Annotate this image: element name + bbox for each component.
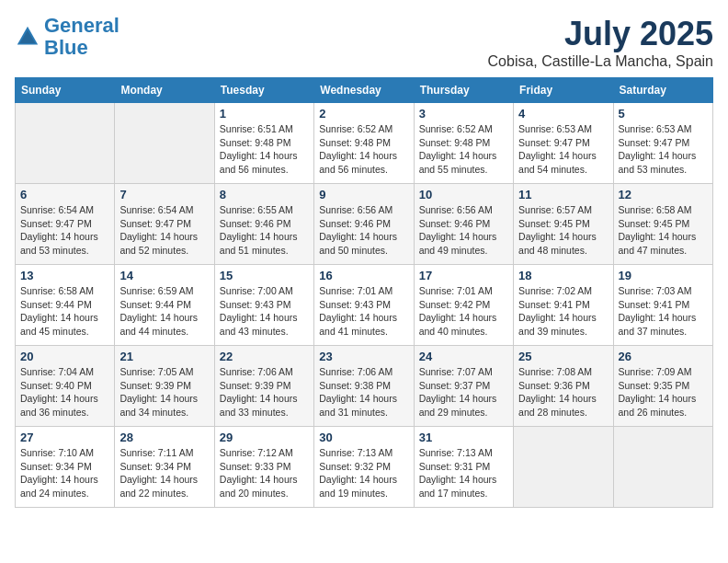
calendar-cell: 22Sunrise: 7:06 AMSunset: 9:39 PMDayligh…	[214, 346, 313, 427]
day-info: Sunrise: 7:00 AMSunset: 9:43 PMDaylight:…	[220, 284, 309, 339]
day-info: Sunrise: 7:04 AMSunset: 9:40 PMDaylight:…	[20, 365, 109, 419]
day-number: 13	[20, 269, 109, 282]
calendar-cell	[514, 427, 613, 508]
day-info: Sunrise: 6:51 AMSunset: 9:48 PMDaylight:…	[220, 122, 309, 177]
calendar-header-thursday: Thursday	[414, 78, 513, 103]
calendar-cell: 20Sunrise: 7:04 AMSunset: 9:40 PMDayligh…	[16, 346, 115, 427]
day-number: 28	[119, 431, 209, 444]
day-number: 3	[419, 107, 508, 121]
calendar-week-3: 13Sunrise: 6:58 AMSunset: 9:44 PMDayligh…	[16, 265, 713, 346]
calendar-table: SundayMondayTuesdayWednesdayThursdayFrid…	[15, 77, 713, 508]
day-number: 6	[20, 188, 109, 201]
day-info: Sunrise: 6:58 AMSunset: 9:45 PMDaylight:…	[619, 203, 708, 258]
calendar-cell	[613, 427, 712, 508]
calendar-cell: 2Sunrise: 6:52 AMSunset: 9:48 PMDaylight…	[314, 103, 414, 184]
calendar-week-5: 27Sunrise: 7:10 AMSunset: 9:34 PMDayligh…	[16, 427, 713, 508]
day-info: Sunrise: 7:08 AMSunset: 9:36 PMDaylight:…	[518, 365, 608, 419]
day-number: 15	[220, 269, 309, 282]
calendar-cell: 21Sunrise: 7:05 AMSunset: 9:39 PMDayligh…	[115, 346, 214, 427]
day-number: 17	[419, 269, 508, 282]
calendar-cell: 27Sunrise: 7:10 AMSunset: 9:34 PMDayligh…	[16, 427, 115, 508]
calendar-cell: 14Sunrise: 6:59 AMSunset: 9:44 PMDayligh…	[115, 265, 214, 346]
calendar-cell: 28Sunrise: 7:11 AMSunset: 9:34 PMDayligh…	[115, 427, 214, 508]
day-info: Sunrise: 7:09 AMSunset: 9:35 PMDaylight:…	[619, 365, 708, 419]
day-number: 26	[619, 350, 708, 363]
day-info: Sunrise: 7:02 AMSunset: 9:41 PMDaylight:…	[518, 284, 608, 339]
day-number: 5	[619, 107, 708, 121]
calendar-cell: 23Sunrise: 7:06 AMSunset: 9:38 PMDayligh…	[314, 346, 414, 427]
calendar-cell: 25Sunrise: 7:08 AMSunset: 9:36 PMDayligh…	[514, 346, 613, 427]
calendar-cell: 8Sunrise: 6:55 AMSunset: 9:46 PMDaylight…	[214, 184, 313, 265]
day-number: 4	[518, 107, 608, 121]
calendar-cell: 10Sunrise: 6:56 AMSunset: 9:46 PMDayligh…	[414, 184, 513, 265]
calendar-cell: 11Sunrise: 6:57 AMSunset: 9:45 PMDayligh…	[514, 184, 613, 265]
calendar-header-monday: Monday	[115, 78, 214, 103]
page-header: General Blue July 2025 Cobisa, Castille-…	[15, 15, 713, 70]
calendar-cell: 6Sunrise: 6:54 AMSunset: 9:47 PMDaylight…	[16, 184, 115, 265]
calendar-cell: 24Sunrise: 7:07 AMSunset: 9:37 PMDayligh…	[414, 346, 513, 427]
day-number: 22	[220, 350, 309, 363]
day-number: 23	[319, 350, 408, 363]
calendar-cell: 31Sunrise: 7:13 AMSunset: 9:31 PMDayligh…	[414, 427, 513, 508]
day-number: 19	[619, 269, 708, 282]
day-number: 27	[20, 431, 109, 444]
calendar-cell: 9Sunrise: 6:56 AMSunset: 9:46 PMDaylight…	[314, 184, 414, 265]
day-number: 11	[518, 188, 608, 201]
day-info: Sunrise: 6:54 AMSunset: 9:47 PMDaylight:…	[20, 203, 109, 258]
calendar-header-tuesday: Tuesday	[214, 78, 313, 103]
day-info: Sunrise: 6:59 AMSunset: 9:44 PMDaylight:…	[119, 284, 209, 339]
day-info: Sunrise: 6:56 AMSunset: 9:46 PMDaylight:…	[419, 203, 508, 258]
day-number: 10	[419, 188, 508, 201]
day-info: Sunrise: 7:01 AMSunset: 9:42 PMDaylight:…	[419, 284, 508, 339]
day-info: Sunrise: 7:11 AMSunset: 9:34 PMDaylight:…	[119, 446, 209, 500]
calendar-cell: 29Sunrise: 7:12 AMSunset: 9:33 PMDayligh…	[214, 427, 313, 508]
day-info: Sunrise: 7:01 AMSunset: 9:43 PMDaylight:…	[319, 284, 408, 339]
day-info: Sunrise: 6:53 AMSunset: 9:47 PMDaylight:…	[619, 122, 708, 177]
day-number: 9	[319, 188, 408, 201]
calendar-cell: 18Sunrise: 7:02 AMSunset: 9:41 PMDayligh…	[514, 265, 613, 346]
calendar-body: 1Sunrise: 6:51 AMSunset: 9:48 PMDaylight…	[16, 103, 713, 508]
calendar-cell: 3Sunrise: 6:52 AMSunset: 9:48 PMDaylight…	[414, 103, 513, 184]
calendar-header-wednesday: Wednesday	[314, 78, 414, 103]
day-info: Sunrise: 6:52 AMSunset: 9:48 PMDaylight:…	[319, 122, 408, 177]
day-info: Sunrise: 7:03 AMSunset: 9:41 PMDaylight:…	[619, 284, 708, 339]
calendar-week-4: 20Sunrise: 7:04 AMSunset: 9:40 PMDayligh…	[16, 346, 713, 427]
calendar-cell: 12Sunrise: 6:58 AMSunset: 9:45 PMDayligh…	[613, 184, 712, 265]
day-info: Sunrise: 6:56 AMSunset: 9:46 PMDaylight:…	[319, 203, 408, 258]
day-info: Sunrise: 6:57 AMSunset: 9:45 PMDaylight:…	[518, 203, 608, 258]
day-info: Sunrise: 6:53 AMSunset: 9:47 PMDaylight:…	[518, 122, 608, 177]
logo-text: General Blue	[44, 15, 119, 59]
day-number: 1	[220, 107, 309, 121]
calendar-cell	[16, 103, 115, 184]
day-number: 18	[518, 269, 608, 282]
calendar-cell	[115, 103, 214, 184]
day-number: 24	[419, 350, 508, 363]
calendar-cell: 4Sunrise: 6:53 AMSunset: 9:47 PMDaylight…	[514, 103, 613, 184]
day-number: 20	[20, 350, 109, 363]
day-info: Sunrise: 6:54 AMSunset: 9:47 PMDaylight:…	[119, 203, 209, 258]
day-info: Sunrise: 7:06 AMSunset: 9:39 PMDaylight:…	[220, 365, 309, 419]
calendar-cell: 30Sunrise: 7:13 AMSunset: 9:32 PMDayligh…	[314, 427, 414, 508]
day-info: Sunrise: 7:13 AMSunset: 9:32 PMDaylight:…	[319, 446, 408, 500]
day-number: 12	[619, 188, 708, 201]
title-block: July 2025 Cobisa, Castille-La Mancha, Sp…	[488, 15, 713, 70]
calendar-cell: 15Sunrise: 7:00 AMSunset: 9:43 PMDayligh…	[214, 265, 313, 346]
month-title: July 2025	[488, 15, 713, 53]
calendar-header-row: SundayMondayTuesdayWednesdayThursdayFrid…	[16, 78, 713, 103]
calendar-cell: 13Sunrise: 6:58 AMSunset: 9:44 PMDayligh…	[16, 265, 115, 346]
calendar-cell: 19Sunrise: 7:03 AMSunset: 9:41 PMDayligh…	[613, 265, 712, 346]
calendar-header-saturday: Saturday	[613, 78, 712, 103]
calendar-cell: 26Sunrise: 7:09 AMSunset: 9:35 PMDayligh…	[613, 346, 712, 427]
day-number: 31	[419, 431, 508, 444]
calendar-header-friday: Friday	[514, 78, 613, 103]
day-number: 25	[518, 350, 608, 363]
calendar-cell: 7Sunrise: 6:54 AMSunset: 9:47 PMDaylight…	[115, 184, 214, 265]
day-number: 16	[319, 269, 408, 282]
calendar-header-sunday: Sunday	[16, 78, 115, 103]
day-info: Sunrise: 6:55 AMSunset: 9:46 PMDaylight:…	[220, 203, 309, 258]
day-number: 2	[319, 107, 408, 121]
calendar-cell: 1Sunrise: 6:51 AMSunset: 9:48 PMDaylight…	[214, 103, 313, 184]
day-info: Sunrise: 7:12 AMSunset: 9:33 PMDaylight:…	[220, 446, 309, 500]
day-number: 30	[319, 431, 408, 444]
calendar-cell: 17Sunrise: 7:01 AMSunset: 9:42 PMDayligh…	[414, 265, 513, 346]
